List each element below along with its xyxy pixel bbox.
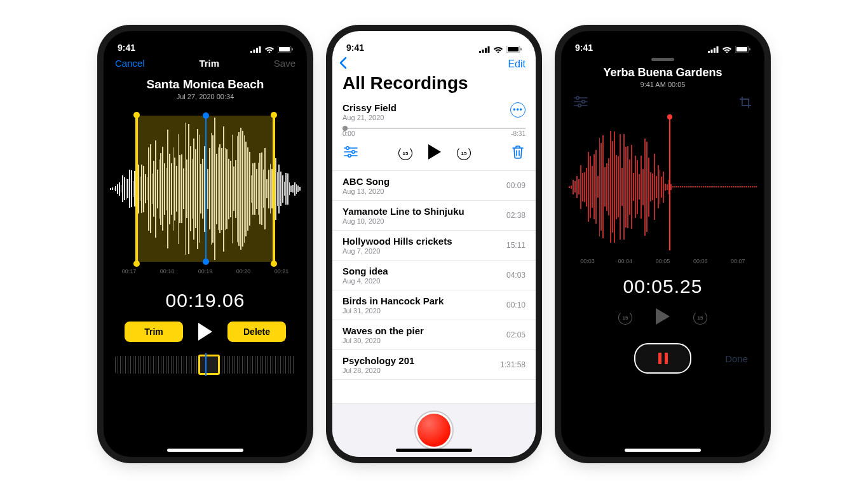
crop-button[interactable] [739,96,752,112]
done-button[interactable]: Done [716,353,748,364]
play-button[interactable] [655,308,670,328]
skip-back-button[interactable]: 15 [618,311,632,325]
sliders-icon [574,96,588,107]
recording-date: Aug 21, 2020 [342,114,397,121]
tick: 00:21 [275,268,289,274]
playhead[interactable] [205,116,207,262]
recording-duration: 00:09 [506,181,526,190]
options-button[interactable] [344,146,358,160]
more-button[interactable]: ••• [510,102,526,118]
scrubber-times: 0:00 -8:31 [332,130,536,137]
recording-row[interactable]: Waves on the pierJul 30, 202002:05 [332,320,536,350]
tick: 00:20 [236,268,251,274]
phone-list-screen: 9:41 Edit All Recordings Crissy Field Au… [332,31,536,457]
playback-scrubber[interactable] [342,128,526,129]
playback-controls: 15 15 [561,308,764,328]
playhead[interactable] [669,117,670,250]
action-row: Trim Delete [104,322,307,342]
svg-rect-4 [508,47,519,51]
playback-controls: 15 15 [332,137,536,171]
recording-row[interactable]: Psychology 201Jul 28, 20201:31:58 [332,350,536,380]
skip-seconds: 15 [457,146,471,160]
cellular-icon [250,46,261,53]
chevron-left-icon [339,57,347,69]
recording-row[interactable]: Yamanote Line to ShinjukuAug 10, 202002:… [332,201,536,231]
skip-back-button[interactable]: 15 [398,146,412,160]
delete-button[interactable]: Delete [227,322,286,342]
waveform [569,123,757,250]
play-button[interactable] [197,322,214,341]
waveform-area[interactable]: 00:03 00:04 00:05 00:06 00:07 [561,117,764,269]
status-time: 9:41 [118,43,135,53]
phone-recording-screen: 9:41 Yerba Buena Gardens 9:41 AM 00:05 [561,31,764,457]
nav-title: Trim [199,58,219,69]
recording-title: Yamanote Line to Shinjuku [342,206,465,217]
play-button[interactable] [428,144,442,163]
overview-scrubber[interactable] [115,356,295,374]
svg-point-22 [578,104,581,107]
recording-header: Santa Monica Beach Jul 27, 2020 00:34 [104,78,307,100]
recording-duration: 04:03 [506,271,526,280]
sheet-grabber[interactable] [651,58,674,61]
recording-row[interactable]: ABC SongAug 13, 202000:09 [332,171,536,201]
scrubber-knob[interactable] [342,126,348,131]
status-time: 9:41 [575,43,593,53]
edit-button[interactable]: Edit [508,58,526,70]
page-title: All Recordings [332,72,536,97]
recording-date: Jul 30, 2020 [342,337,424,344]
back-button[interactable] [339,57,347,72]
recording-row[interactable]: Hollywood Hills cricketsAug 7, 202015:11 [332,231,536,261]
time-ticks: 00:03 00:04 00:05 00:06 00:07 [569,258,757,264]
tick: 00:19 [198,268,213,274]
status-bar: 9:41 [104,31,307,54]
recording-row[interactable]: Song ideaAug 4, 202004:03 [332,261,536,290]
overview-playhead[interactable] [205,353,207,376]
recording-expanded[interactable]: Crissy Field Aug 21, 2020 ••• [332,97,536,121]
recording-title: Yerba Buena Gardens [561,66,764,79]
home-indicator[interactable] [396,449,472,452]
skip-forward-button[interactable]: 15 [457,146,471,160]
save-button[interactable]: Save [274,58,295,69]
skip-seconds: 15 [398,146,412,160]
tick: 00:03 [580,258,595,264]
recording-row[interactable]: Birds in Hancock ParkJul 31, 202000:10 [332,290,536,320]
cancel-button[interactable]: Cancel [115,58,145,69]
battery-icon [506,46,522,53]
recording-title: Crissy Field [342,102,397,113]
tick: 00:04 [618,258,633,264]
tick: 00:17 [122,268,137,274]
recording-date: Jul 31, 2020 [342,307,444,315]
pause-button[interactable] [634,343,691,374]
recordings-list: ABC SongAug 13, 202000:09Yamanote Line t… [332,171,536,380]
phone-trim-screen: 9:41 Cancel Trim Save Santa Monica Beach… [104,31,307,457]
recording-duration: 02:38 [506,211,526,220]
delete-button[interactable] [512,145,524,161]
crop-icon [739,96,752,109]
recording-date: Aug 13, 2020 [342,187,390,195]
recording-date: Aug 10, 2020 [342,217,465,225]
recording-title: Waves on the pier [342,325,424,336]
elapsed-time: 0:00 [342,130,355,137]
tick: 00:18 [160,268,175,274]
options-button[interactable] [574,96,588,112]
wifi-icon [493,46,503,53]
status-indicators [250,46,293,53]
home-indicator[interactable] [167,449,243,452]
bottom-row: Done [561,343,764,374]
svg-rect-1 [279,47,290,51]
trim-button[interactable]: Trim [125,322,183,342]
svg-point-9 [352,151,355,153]
status-indicators [708,46,750,53]
recording-header: Yerba Buena Gardens 9:41 AM 00:05 [561,66,764,88]
svg-point-18 [576,97,579,99]
recording-duration: 1:31:58 [500,360,526,369]
ellipsis-icon: ••• [513,106,523,114]
home-indicator[interactable] [625,449,701,452]
recording-title: Santa Monica Beach [104,78,307,92]
svg-rect-5 [520,48,522,51]
recording-title: Psychology 201 [342,355,414,366]
overview-selection[interactable] [198,355,220,375]
record-button[interactable] [417,414,451,447]
waveform-area[interactable]: 00:17 00:18 00:19 00:20 00:21 [104,116,307,274]
skip-forward-button[interactable]: 15 [693,311,707,325]
